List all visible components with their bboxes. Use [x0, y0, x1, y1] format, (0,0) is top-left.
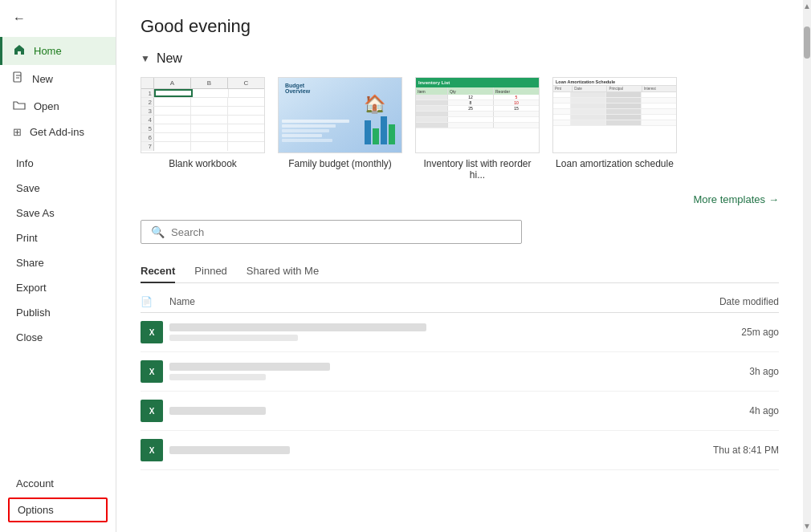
- templates-row: A B C 1 2: [141, 77, 779, 181]
- template-budget[interactable]: BudgetOverview 🏠: [278, 77, 402, 181]
- open-icon: [13, 99, 26, 113]
- file-name-col: [169, 363, 658, 380]
- file-table: 📄 Name Date modified X 25m ago X: [141, 293, 779, 470]
- sidebar-item-close[interactable]: Close: [0, 325, 116, 350]
- file-name-line2: [169, 374, 266, 380]
- scroll-down-btn[interactable]: ▼: [803, 522, 811, 530]
- back-button[interactable]: ←: [0, 0, 116, 37]
- back-icon: ←: [13, 11, 26, 25]
- file-row[interactable]: X 4h ago: [141, 392, 779, 431]
- excel-icon: X: [141, 400, 163, 422]
- file-name-col: [169, 323, 658, 341]
- template-blank-thumb: A B C 1 2: [141, 77, 265, 153]
- add-ins-icon: ⊞: [13, 126, 22, 138]
- template-loan-thumb: Loan Amortization Schedule Pmt Date Prin…: [552, 77, 677, 153]
- template-loan-label: Loan amortization schedule: [556, 158, 674, 169]
- file-date: 25m ago: [658, 327, 779, 338]
- sidebar-item-publish[interactable]: Publish: [0, 300, 116, 325]
- scroll-thumb[interactable]: [804, 26, 810, 59]
- sidebar-item-home[interactable]: Home: [0, 37, 116, 65]
- search-input[interactable]: [171, 226, 511, 238]
- doc-icon: 📄: [141, 296, 153, 307]
- search-icon: 🔍: [151, 225, 165, 238]
- file-name-col: [169, 407, 658, 415]
- greeting-text: Good evening: [141, 16, 779, 37]
- template-loan[interactable]: Loan Amortization Schedule Pmt Date Prin…: [552, 77, 677, 181]
- file-row[interactable]: X 25m ago: [141, 313, 779, 352]
- file-row[interactable]: X 3h ago: [141, 352, 779, 392]
- tabs-row: Recent Pinned Shared with Me: [141, 260, 779, 283]
- sidebar-item-open[interactable]: Open: [0, 93, 116, 120]
- file-date: 3h ago: [658, 366, 779, 377]
- sidebar-item-account[interactable]: Account: [0, 471, 116, 496]
- template-inventory[interactable]: Inventory List Item Qty Reorder 12 5: [415, 77, 540, 181]
- template-inventory-thumb: Inventory List Item Qty Reorder 12 5: [415, 77, 540, 153]
- file-name-placeholder: [169, 407, 266, 415]
- file-row[interactable]: X Thu at 8:41 PM: [141, 431, 779, 470]
- sidebar-item-new[interactable]: New: [0, 65, 116, 93]
- col-name-header: Name: [169, 296, 658, 307]
- scroll-up-btn[interactable]: ▲: [803, 2, 811, 10]
- tab-recent[interactable]: Recent: [141, 260, 175, 283]
- file-table-header: 📄 Name Date modified: [141, 293, 779, 313]
- tab-shared[interactable]: Shared with Me: [247, 260, 319, 283]
- more-templates-row: More templates →: [141, 193, 779, 205]
- file-name-placeholder: [169, 323, 426, 331]
- excel-icon: X: [141, 360, 163, 383]
- sidebar: ← Home New Open ⊞ Get Add-ins: [0, 0, 116, 532]
- sidebar-item-save-as[interactable]: Save As: [0, 201, 116, 225]
- file-date: 4h ago: [658, 405, 779, 416]
- sidebar-item-label: Home: [34, 45, 62, 57]
- tab-pinned[interactable]: Pinned: [194, 260, 226, 283]
- more-templates-arrow: →: [768, 193, 779, 205]
- sidebar-item-options[interactable]: Options: [8, 497, 108, 522]
- section-toggle-icon[interactable]: ▼: [141, 53, 150, 64]
- main-content: Good evening ▼ New A B C: [116, 0, 803, 532]
- section-title: New: [157, 51, 182, 66]
- template-blank-label: Blank workbook: [169, 158, 237, 169]
- excel-icon: X: [141, 439, 163, 461]
- svg-rect-0: [14, 72, 21, 82]
- sidebar-item-label: Get Add-ins: [30, 126, 84, 138]
- template-inventory-label: Inventory list with reorder hi...: [415, 158, 540, 181]
- col-icon-header: 📄: [141, 296, 169, 307]
- file-name-placeholder: [169, 446, 290, 454]
- more-templates-label: More templates: [693, 193, 765, 205]
- sidebar-item-share[interactable]: Share: [0, 250, 116, 275]
- file-date: Thu at 8:41 PM: [658, 445, 779, 456]
- scrollbar[interactable]: ▲ ▼: [803, 0, 811, 532]
- template-blank[interactable]: A B C 1 2: [141, 77, 265, 181]
- sidebar-item-label: Open: [34, 100, 59, 112]
- sidebar-item-get-add-ins[interactable]: ⊞ Get Add-ins: [0, 120, 116, 144]
- search-bar: 🔍: [141, 220, 522, 244]
- sidebar-item-save[interactable]: Save: [0, 176, 116, 201]
- col-date-header: Date modified: [658, 296, 779, 307]
- file-name-placeholder: [169, 363, 330, 371]
- sidebar-item-info[interactable]: Info: [0, 151, 116, 176]
- template-budget-label: Family budget (monthly): [288, 158, 392, 169]
- sidebar-item-label: New: [32, 73, 53, 85]
- excel-icon: X: [141, 321, 163, 343]
- sidebar-item-export[interactable]: Export: [0, 275, 116, 300]
- more-templates-link[interactable]: More templates →: [693, 193, 779, 205]
- home-icon: [13, 43, 26, 59]
- file-name-col: [169, 446, 658, 454]
- new-icon: [13, 71, 24, 87]
- new-section-header: ▼ New: [141, 51, 779, 66]
- template-budget-thumb: BudgetOverview 🏠: [278, 77, 402, 153]
- sidebar-item-print[interactable]: Print: [0, 225, 116, 250]
- file-name-line2: [169, 335, 298, 341]
